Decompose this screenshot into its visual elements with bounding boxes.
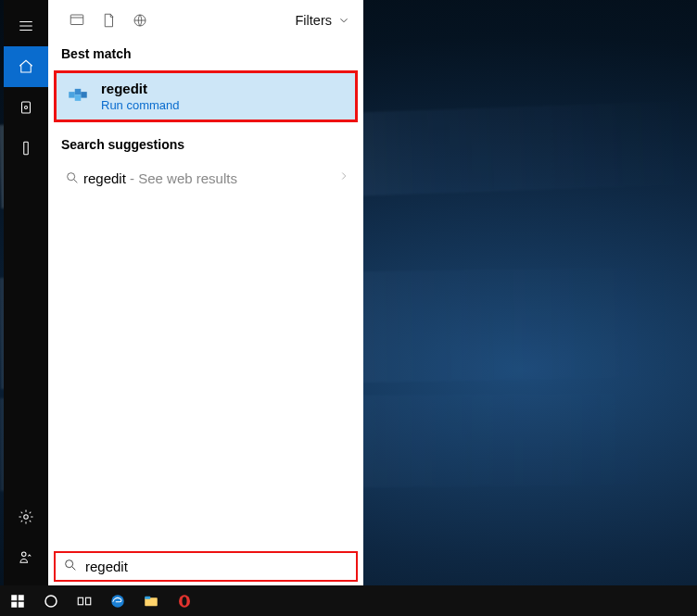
svg-rect-10	[75, 94, 82, 101]
rail-feedback-button[interactable]	[4, 537, 48, 578]
svg-rect-22	[145, 596, 150, 598]
chevron-down-icon	[337, 14, 350, 27]
search-icon	[63, 558, 78, 576]
taskview-button[interactable]	[69, 585, 100, 616]
taskbar-explorer-icon[interactable]	[135, 585, 167, 616]
best-match-title: regedit	[101, 81, 180, 96]
svg-point-4	[22, 552, 27, 557]
filter-row: Filters	[48, 0, 363, 41]
search-results-panel: Filters Best match regedit Run command S…	[48, 0, 363, 585]
svg-rect-0	[22, 102, 31, 113]
search-icon	[61, 170, 83, 185]
taskbar-edge-icon[interactable]	[102, 585, 133, 616]
svg-rect-18	[78, 597, 82, 605]
filters-label: Filters	[296, 13, 332, 28]
svg-rect-16	[19, 601, 24, 607]
rail-settings-button[interactable]	[4, 497, 48, 537]
cortana-rail	[4, 0, 48, 585]
search-box[interactable]	[54, 551, 358, 582]
search-input[interactable]	[85, 559, 348, 574]
filter-documents-icon[interactable]	[93, 12, 124, 29]
rail-device-button[interactable]	[4, 128, 48, 169]
svg-point-1	[25, 107, 28, 109]
chevron-right-icon	[337, 170, 350, 186]
suggestion-term: regedit	[83, 170, 126, 186]
best-match-text: regedit Run command	[101, 81, 180, 112]
svg-point-17	[45, 596, 57, 607]
taskbar-opera-icon[interactable]	[169, 585, 200, 616]
svg-rect-7	[69, 92, 75, 98]
rail-notebook-button[interactable]	[4, 87, 48, 128]
svg-point-24	[182, 597, 186, 606]
start-button[interactable]	[2, 585, 33, 616]
svg-rect-14	[19, 595, 24, 600]
cortana-button[interactable]	[35, 585, 67, 616]
suggestions-label: Search suggestions	[48, 122, 363, 159]
best-match-subtitle: Run command	[101, 98, 180, 112]
rail-home-button[interactable]	[4, 46, 48, 87]
regedit-icon	[66, 84, 90, 108]
suggestion-hint: - See web results	[126, 170, 237, 186]
svg-rect-9	[81, 92, 87, 98]
start-search-popup: Filters Best match regedit Run command S…	[4, 0, 363, 585]
svg-rect-2	[24, 142, 29, 155]
web-suggestion[interactable]: regedit - See web results	[48, 159, 363, 196]
best-match-result[interactable]: regedit Run command	[54, 70, 358, 122]
svg-point-11	[68, 173, 75, 181]
svg-rect-13	[11, 595, 17, 600]
rail-menu-button[interactable]	[4, 6, 48, 46]
best-match-label: Best match	[48, 41, 363, 70]
svg-rect-19	[86, 597, 91, 605]
filter-web-icon[interactable]	[124, 12, 156, 29]
svg-rect-15	[11, 601, 17, 607]
svg-rect-8	[75, 89, 82, 95]
filters-dropdown[interactable]: Filters	[296, 13, 350, 28]
svg-point-12	[66, 559, 73, 567]
filter-apps-icon[interactable]	[61, 12, 93, 29]
svg-rect-5	[70, 15, 83, 25]
svg-point-3	[24, 515, 29, 520]
taskbar	[0, 585, 697, 616]
